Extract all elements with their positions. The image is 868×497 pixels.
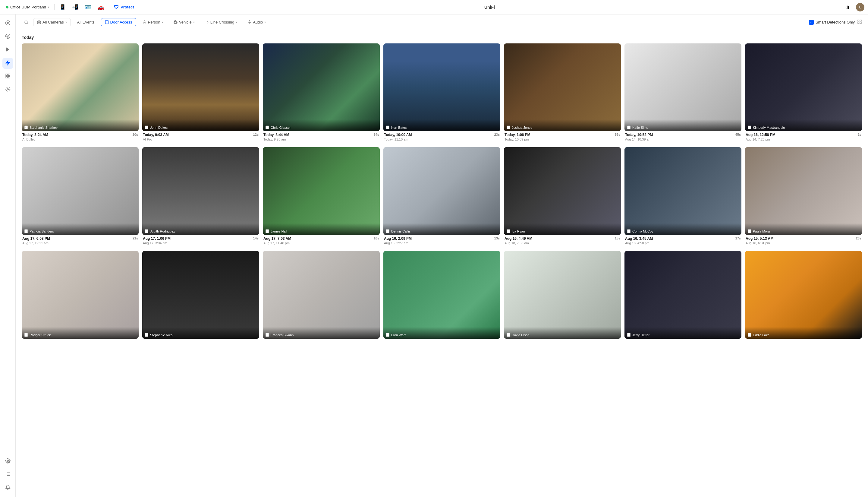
smart-detections-checkbox[interactable]	[809, 20, 814, 25]
card-thumb-5: Joshua Jones	[504, 43, 621, 131]
card-lorri-warf[interactable]: Lorri Warf	[383, 251, 500, 339]
left-sidebar	[0, 14, 16, 497]
card-corina-mccoy[interactable]: Corina McCoy Aug 16, 3:45 AM 17s Aug 18,…	[624, 147, 741, 245]
all-events-filter[interactable]: All Events	[73, 18, 99, 26]
card-paula-mora[interactable]: Paula Mora Aug 15, 5:13 AM 23s Aug 18, 6…	[745, 147, 862, 245]
card-jerry-helfer[interactable]: Jerry Helfer	[624, 251, 741, 339]
door-icon-8	[24, 229, 28, 233]
sidebar-item-grid[interactable]	[2, 71, 13, 82]
sidebar-item-settings[interactable]	[2, 456, 13, 467]
card-frances-swann[interactable]: Frances Swann	[263, 251, 380, 339]
door-icon-20	[627, 333, 631, 337]
card-meta-13: Aug 16, 3:45 AM 17s Aug 18, 4:50 pm	[624, 235, 741, 245]
play-icon	[5, 47, 11, 53]
door-icon-4	[386, 126, 390, 129]
card-label-5: Joshua Jones	[504, 119, 621, 131]
analytics-icon	[5, 33, 11, 40]
card-judith-rodriguez[interactable]: Judith Rodriguez Aug 17, 1:06 PM 14s Aug…	[142, 147, 259, 245]
svg-rect-9	[8, 76, 10, 78]
line-crossing-filter[interactable]: Line Crossing ▾	[201, 18, 241, 26]
card-meta-12: Aug 16, 4:49 AM 15s Aug 18, 7:53 am	[504, 235, 621, 245]
card-label-21: Eddie Lake	[745, 327, 862, 339]
card-chris-glasser[interactable]: Chris Glasser Today, 8:44 AM 34s Today, …	[263, 43, 380, 141]
grid-view-button[interactable]	[857, 19, 862, 25]
card-joshua-jones[interactable]: Joshua Jones Today, 1:06 PM 56s Today, 1…	[504, 43, 621, 141]
card-name-3: Chris Glasser	[271, 126, 291, 129]
sidebar-item-motion[interactable]	[2, 58, 13, 69]
card-thumb-16: Stephanie Nicol	[142, 251, 259, 339]
svg-rect-22	[105, 20, 108, 24]
svg-rect-34	[386, 126, 389, 129]
svg-point-4	[7, 36, 8, 37]
nav-device-card[interactable]: 🪪	[82, 3, 94, 12]
avatar-initial: U	[859, 5, 862, 9]
card-name-2: John Dukes	[150, 126, 167, 129]
svg-point-26	[176, 23, 177, 23]
nav-device-camera[interactable]: 🚗	[95, 3, 106, 12]
sidebar-item-alerts[interactable]	[2, 483, 13, 493]
card-time-primary-4: Today, 10:00 AM	[384, 133, 412, 137]
door-icon-6	[627, 126, 631, 129]
user-avatar[interactable]: U	[856, 3, 864, 12]
card-kimberly-mastrangelo[interactable]: Kimberly Mastrangelo Aug 16, 12:58 PM 2s…	[745, 43, 862, 141]
nav-right-controls: ◑ U	[843, 2, 864, 12]
vehicle-filter[interactable]: Vehicle ▾	[170, 18, 198, 26]
sidebar-item-integration[interactable]	[2, 84, 13, 95]
card-label-14: Paula Mora	[745, 223, 862, 235]
door-icon-2	[145, 126, 149, 129]
card-sub-12: Aug 18, 7:53 am	[504, 241, 620, 245]
nav-divider-2	[109, 4, 109, 10]
sidebar-item-camera[interactable]	[2, 18, 13, 29]
tablet-icon: 📲	[72, 4, 79, 11]
svg-rect-37	[748, 126, 751, 129]
smart-detections-toggle[interactable]: Smart Detections Only	[809, 20, 855, 25]
person-filter[interactable]: Person ▾	[138, 18, 167, 26]
card-time-7: Aug 16, 12:58 PM 2s	[746, 133, 862, 137]
card-james-hall[interactable]: James Hall Aug 17, 7:03 AM 16s Aug 17, 1…	[263, 147, 380, 245]
card-david-elson[interactable]: David Elson	[504, 251, 621, 339]
card-meta-5: Today, 1:06 PM 56s Today, 10:09 pm	[504, 131, 621, 141]
card-name-11: Dennis Callis	[391, 229, 411, 233]
nav-app-protect[interactable]: 🛡 Protect	[112, 3, 136, 11]
door-icon-1	[24, 126, 28, 129]
card-rodger-struck[interactable]: Rodger Struck	[22, 251, 138, 339]
sidebar-item-play[interactable]	[2, 45, 13, 56]
card-dennis-callis[interactable]: Dennis Callis Aug 16, 2:09 PM 13s Aug 18…	[383, 147, 500, 245]
chevron-down-icon: ▾	[48, 5, 49, 9]
svg-rect-24	[174, 22, 177, 24]
nav-device-tablet[interactable]: 📲	[70, 3, 81, 12]
card-patricia-sanders[interactable]: Patricia Sanders Aug 17, 6:08 PM 21s Aug…	[22, 147, 138, 245]
card-eddie-lake[interactable]: Eddie Lake	[745, 251, 862, 339]
door-icon-12	[506, 229, 510, 233]
nav-divider	[54, 4, 55, 10]
svg-rect-48	[386, 333, 389, 337]
door-access-filter[interactable]: Door Access	[101, 18, 136, 26]
card-time-primary-14: Aug 15, 5:13 AM	[746, 237, 774, 241]
card-time-primary-10: Aug 17, 7:03 AM	[263, 237, 291, 241]
nav-device-mobile[interactable]: 📱	[57, 3, 69, 12]
camera-filter-button[interactable]: All Cameras ▾	[33, 18, 71, 26]
card-time-primary-11: Aug 16, 2:09 PM	[384, 237, 412, 241]
card-kurt-bates[interactable]: Kurt Bates Today, 10:00 AM 23s Today, 11…	[383, 43, 500, 141]
card-katie-sims[interactable]: Katie Sims Today, 10:52 PM 45s Aug 14, 1…	[624, 43, 741, 141]
audio-icon	[248, 20, 251, 24]
card-sub-11: Aug 18, 2:27 am	[384, 241, 500, 245]
audio-filter[interactable]: Audio ▾	[244, 18, 270, 26]
card-john-dukes[interactable]: John Dukes Today, 9:03 AM 12s AI Pro	[142, 43, 259, 141]
card-stephanie-nicol[interactable]: Stephanie Nicol	[142, 251, 259, 339]
card-sub-8: Aug 17, 12:11 am	[22, 241, 138, 245]
nav-app-protect-label: Protect	[120, 5, 134, 9]
card-name-16: Stephanie Nicol	[150, 333, 173, 337]
nav-app-udm[interactable]: Office UDM Portland ▾	[4, 4, 52, 11]
card-label-4: Kurt Bates	[383, 119, 500, 131]
brightness-button[interactable]: ◑	[843, 2, 852, 12]
search-box[interactable]	[22, 19, 31, 26]
svg-rect-29	[858, 22, 859, 24]
card-time-5: Today, 1:06 PM 56s	[504, 133, 620, 137]
card-iva-ryan[interactable]: Iva Ryan Aug 16, 4:49 AM 15s Aug 18, 7:5…	[504, 147, 621, 245]
sidebar-item-list[interactable]	[2, 469, 13, 480]
sidebar-item-analytics[interactable]	[2, 31, 13, 42]
card-duration-7: 2s	[858, 133, 862, 137]
line-crossing-arrow: ▾	[236, 20, 237, 24]
card-stephanie-sharkey[interactable]: Stephanie Sharkey Today, 3:24 AM 20s AI …	[22, 43, 138, 141]
